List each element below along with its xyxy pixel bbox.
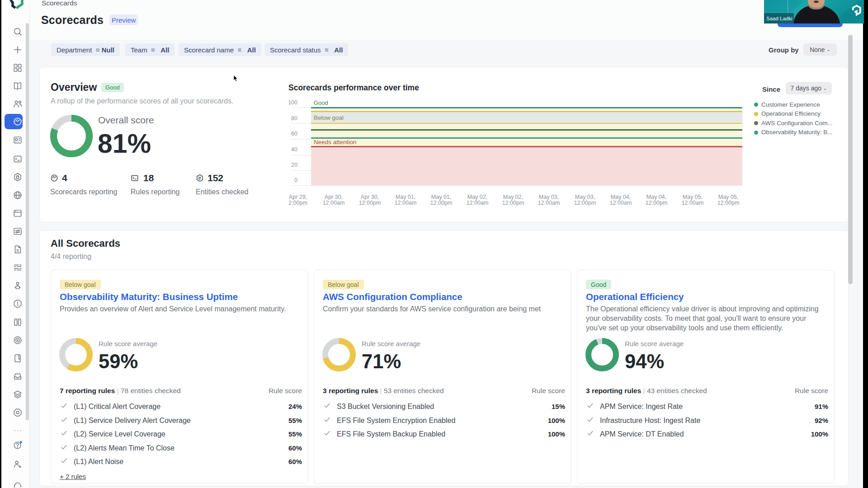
svg-text:Saad Ladki: Saad Ladki — [766, 16, 793, 21]
